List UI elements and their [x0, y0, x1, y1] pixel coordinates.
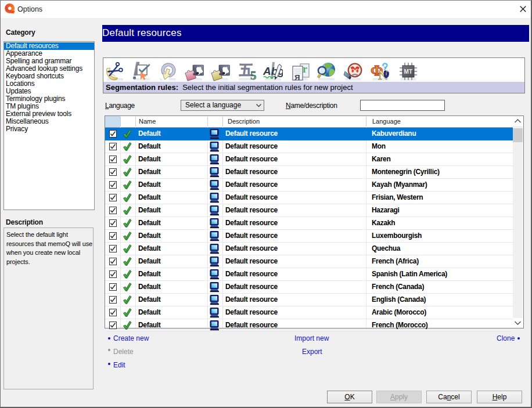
svg-text:r: r: [303, 63, 307, 75]
svg-text:5: 5: [250, 68, 257, 81]
svg-text:MT: MT: [404, 68, 412, 75]
svg-text:я: я: [294, 71, 300, 81]
